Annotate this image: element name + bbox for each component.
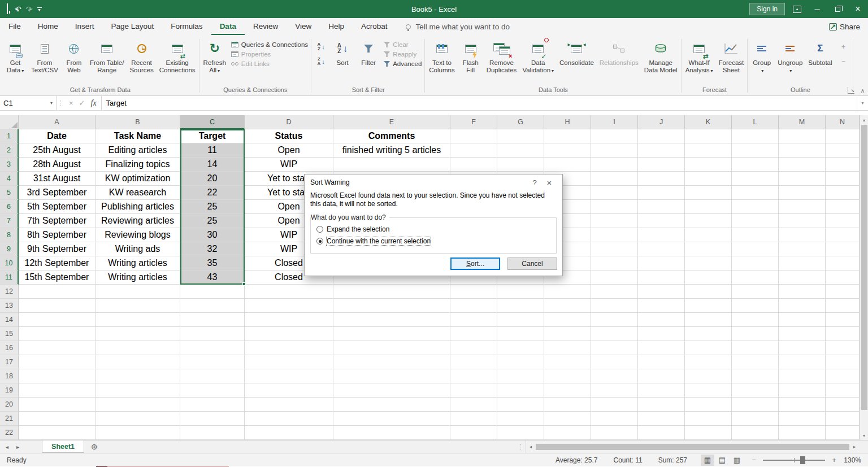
cell-A19[interactable]	[19, 383, 96, 398]
zoom-level[interactable]: 130%	[842, 456, 868, 464]
cell-D17[interactable]	[245, 355, 333, 369]
cell-M10[interactable]	[779, 256, 826, 270]
cell-N5[interactable]	[826, 186, 860, 200]
cell-F13[interactable]	[450, 299, 497, 313]
cell-I3[interactable]	[591, 158, 638, 172]
cell-I19[interactable]	[591, 383, 638, 398]
cell-B5[interactable]: KW reasearch	[96, 186, 180, 200]
cell-G12[interactable]	[497, 285, 544, 299]
cell-A14[interactable]	[19, 313, 96, 327]
cell-B1[interactable]: Task Name	[96, 129, 180, 143]
cell-E2[interactable]: finished writing 5 articles	[333, 143, 450, 158]
cell-L4[interactable]	[732, 172, 779, 186]
cell-K12[interactable]	[685, 285, 732, 299]
vertical-scroll-thumb[interactable]	[861, 125, 867, 410]
cell-M12[interactable]	[779, 285, 826, 299]
tab-page-layout[interactable]: Page Layout	[103, 18, 163, 35]
cell-A21[interactable]	[19, 412, 96, 426]
cell-N2[interactable]	[826, 143, 860, 158]
hide-detail-button[interactable]: −	[836, 55, 851, 68]
sign-in-button[interactable]: Sign in	[749, 3, 785, 15]
cell-M19[interactable]	[779, 383, 826, 398]
cell-K21[interactable]	[685, 412, 732, 426]
cell-C1[interactable]: Target	[180, 129, 245, 143]
confirm-entry-button[interactable]: ✓	[79, 99, 85, 107]
cell-G16[interactable]	[497, 341, 544, 355]
cell-K14[interactable]	[685, 313, 732, 327]
undo-button[interactable]: ↶▾	[15, 4, 19, 14]
cell-B19[interactable]	[96, 383, 180, 398]
cell-N6[interactable]	[826, 200, 860, 214]
cell-M3[interactable]	[779, 158, 826, 172]
cell-M5[interactable]	[779, 186, 826, 200]
cell-L13[interactable]	[732, 299, 779, 313]
cell-C22[interactable]	[180, 426, 245, 440]
cell-C6[interactable]: 25	[180, 200, 245, 214]
scroll-up-button[interactable]: ▴	[860, 115, 868, 124]
cell-K16[interactable]	[685, 341, 732, 355]
cell-N12[interactable]	[826, 285, 860, 299]
cell-D20[interactable]	[245, 398, 333, 412]
cell-L14[interactable]	[732, 313, 779, 327]
cell-C7[interactable]: 25	[180, 214, 245, 228]
cell-J6[interactable]	[638, 200, 685, 214]
cell-J21[interactable]	[638, 412, 685, 426]
cell-I22[interactable]	[591, 426, 638, 440]
cell-C21[interactable]	[180, 412, 245, 426]
cell-N16[interactable]	[826, 341, 860, 355]
cell-L17[interactable]	[732, 355, 779, 369]
cell-C12[interactable]	[180, 285, 245, 299]
cell-B13[interactable]	[96, 299, 180, 313]
cell-N7[interactable]	[826, 214, 860, 228]
cell-B6[interactable]: Publishing articles	[96, 200, 180, 214]
tell-me-box[interactable]: Tell me what you want to do	[406, 23, 510, 31]
tab-formulas[interactable]: Formulas	[162, 18, 211, 35]
cell-I2[interactable]	[591, 143, 638, 158]
column-header-D[interactable]: D	[245, 115, 333, 129]
cell-I20[interactable]	[591, 398, 638, 412]
cell-H16[interactable]	[544, 341, 591, 355]
cell-A2[interactable]: 25th August	[19, 143, 96, 158]
cell-C13[interactable]	[180, 299, 245, 313]
from-text-csv-button[interactable]: From Text/CSV	[28, 36, 61, 86]
cell-D18[interactable]	[245, 369, 333, 383]
save-button[interactable]	[7, 4, 8, 14]
cell-J11[interactable]	[638, 270, 685, 285]
cell-L15[interactable]	[732, 327, 779, 341]
cell-L1[interactable]	[732, 129, 779, 143]
tab-view[interactable]: View	[287, 18, 320, 35]
cell-N10[interactable]	[826, 256, 860, 270]
cell-F12[interactable]	[450, 285, 497, 299]
row-header-1[interactable]: 1	[0, 129, 19, 143]
cell-F17[interactable]	[450, 355, 497, 369]
cell-H15[interactable]	[544, 327, 591, 341]
cell-J7[interactable]	[638, 214, 685, 228]
formula-input[interactable]: Target	[102, 96, 857, 110]
cell-B4[interactable]: KW optimization	[96, 172, 180, 186]
cell-H21[interactable]	[544, 412, 591, 426]
cell-A22[interactable]	[19, 426, 96, 440]
edit-links-button[interactable]: Edit Links	[229, 60, 310, 68]
column-header-K[interactable]: K	[685, 115, 732, 129]
cell-A8[interactable]: 8th September	[19, 228, 96, 242]
cell-E20[interactable]	[333, 398, 450, 412]
cell-E1[interactable]: Comments	[333, 129, 450, 143]
row-header-22[interactable]: 22	[0, 426, 19, 440]
cell-N15[interactable]	[826, 327, 860, 341]
cell-D2[interactable]: Open	[245, 143, 333, 158]
cell-C8[interactable]: 30	[180, 228, 245, 242]
dialog-help-button[interactable]: ?	[527, 178, 542, 187]
recent-sources-button[interactable]: Recent Sources	[127, 36, 156, 86]
cell-C5[interactable]: 22	[180, 186, 245, 200]
group-button[interactable]: Group ▾	[749, 36, 775, 86]
cell-D12[interactable]	[245, 285, 333, 299]
sheet-nav-left-button[interactable]: ◂	[6, 444, 8, 450]
cell-M21[interactable]	[779, 412, 826, 426]
cell-E18[interactable]	[333, 369, 450, 383]
cell-I10[interactable]	[591, 256, 638, 270]
cell-A12[interactable]	[19, 285, 96, 299]
cell-G21[interactable]	[497, 412, 544, 426]
cell-J5[interactable]	[638, 186, 685, 200]
cell-A3[interactable]: 28th August	[19, 158, 96, 172]
cell-J3[interactable]	[638, 158, 685, 172]
